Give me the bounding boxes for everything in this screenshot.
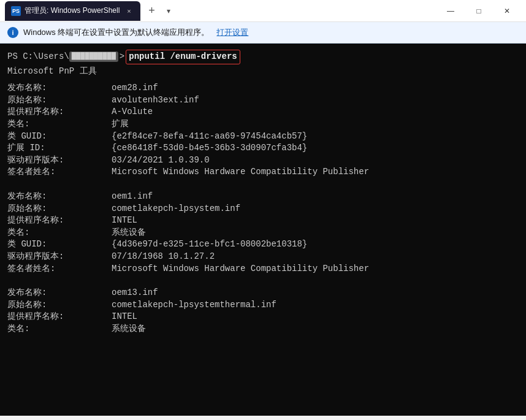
- driver1-extension-id-label: 扩展 ID:: [7, 142, 112, 155]
- driver3-provider-label: 提供程序名称:: [7, 311, 112, 323]
- tool-name-line: Microsoft PnP 工具: [7, 66, 519, 78]
- info-bar: i Windows 终端可在设置中设置为默认终端应用程序。 打开设置: [0, 22, 526, 44]
- window-controls: — □ ✕: [436, 0, 521, 22]
- driver3-provider-line: 提供程序名称: INTEL: [7, 311, 519, 323]
- prompt-ps: PS C:\Users\: [7, 51, 69, 63]
- prompt-arrow: >: [120, 51, 124, 63]
- tab-area: PS 管理员: Windows PowerShell × + ▾: [5, 1, 436, 21]
- driver1-driver-version-label: 驱动程序版本:: [7, 155, 112, 167]
- driver2-provider-label: 提供程序名称:: [7, 215, 112, 227]
- prompt-user: ██████████: [69, 52, 118, 62]
- driver1-original-name-value: avolutenh3ext.inf: [112, 94, 199, 107]
- command-text: pnputil /enum-drivers: [126, 50, 240, 64]
- driver1-provider-value: A-Volute: [112, 106, 153, 118]
- driver3-published-name-line: 发布名称: oem13.inf: [7, 287, 519, 299]
- minimize-button[interactable]: —: [436, 0, 465, 22]
- titlebar: PS 管理员: Windows PowerShell × + ▾ — □ ✕: [0, 0, 526, 22]
- driver1-signer-line: 签名者姓名: Microsoft Windows Hardware Compat…: [7, 166, 519, 178]
- driver1-signer-label: 签名者姓名:: [7, 166, 112, 178]
- driver1-original-name-label: 原始名称:: [7, 94, 112, 107]
- driver1-class-guid-line: 类 GUID: {e2f84ce7-8efa-411c-aa69-97454ca…: [7, 131, 519, 143]
- driver1-signer-value: Microsoft Windows Hardware Compatibility…: [112, 166, 369, 178]
- driver1-extension-id-line: 扩展 ID: {ce86418f-53d0-b4e5-36b3-3d0907cf…: [7, 142, 519, 155]
- driver3-provider-value: INTEL: [112, 311, 137, 323]
- new-tab-button[interactable]: +: [143, 2, 160, 20]
- driver2-provider-value: INTEL: [112, 215, 137, 227]
- driver1-class-guid-value: {e2f84ce7-8efa-411c-aa69-97454ca4cb57}: [112, 131, 307, 143]
- driver1-original-name-line: 原始名称: avolutenh3ext.inf: [7, 94, 519, 107]
- driver1-class-guid-label: 类 GUID:: [7, 131, 112, 143]
- driver1-class-name-value: 扩展: [112, 118, 129, 131]
- info-icon: i: [7, 27, 18, 38]
- driver2-published-name-value: oem1.inf: [112, 191, 153, 203]
- driver2-class-name-label: 类名:: [7, 227, 112, 239]
- driver2-published-name-line: 发布名称: oem1.inf: [7, 191, 519, 203]
- driver1-published-name-value: oem28.inf: [112, 82, 158, 94]
- driver1-class-name-line: 类名: 扩展: [7, 118, 519, 131]
- driver3-original-name-value: cometlakepch-lpsystemthermal.inf: [112, 299, 276, 311]
- driver2-class-guid-line: 类 GUID: {4d36e97d-e325-11ce-bfc1-08002be…: [7, 239, 519, 251]
- driver2-original-name-line: 原始名称: cometlakepch-lpsystem.inf: [7, 203, 519, 215]
- driver1-published-name-line: 发布名称: oem28.inf: [7, 82, 519, 94]
- ps-icon: PS: [11, 6, 21, 16]
- driver3-class-name-line: 类名: 系统设备: [7, 323, 519, 335]
- driver1-driver-version-value: 03/24/2021 1.0.39.0: [112, 155, 210, 167]
- active-tab[interactable]: PS 管理员: Windows PowerShell ×: [5, 1, 140, 21]
- driver3-class-name-label: 类名:: [7, 323, 112, 335]
- driver2-class-guid-label: 类 GUID:: [7, 239, 112, 251]
- driver2-class-name-value: 系统设备: [112, 227, 146, 239]
- driver-section-1: 发布名称: oem28.inf 原始名称: avolutenh3ext.inf …: [7, 82, 519, 178]
- driver2-published-name-label: 发布名称:: [7, 191, 112, 203]
- driver2-class-name-line: 类名: 系统设备: [7, 227, 519, 239]
- driver-section-3: 发布名称: oem13.inf 原始名称: cometlakepch-lpsys…: [7, 287, 519, 335]
- prompt-line: PS C:\Users\ ██████████ > pnputil /enum-…: [7, 50, 519, 64]
- driver2-signer-value: Microsoft Windows Hardware Compatibility…: [112, 263, 369, 275]
- driver3-original-name-label: 原始名称:: [7, 299, 112, 311]
- tab-close-button[interactable]: ×: [123, 6, 134, 17]
- driver-section-2: 发布名称: oem1.inf 原始名称: cometlakepch-lpsyst…: [7, 191, 519, 275]
- driver2-driver-version-line: 驱动程序版本: 07/18/1968 10.1.27.2: [7, 251, 519, 263]
- driver3-published-name-label: 发布名称:: [7, 287, 112, 299]
- driver2-provider-line: 提供程序名称: INTEL: [7, 215, 519, 227]
- driver1-published-name-label: 发布名称:: [7, 82, 112, 94]
- info-text: Windows 终端可在设置中设置为默认终端应用程序。: [23, 27, 209, 38]
- tab-dropdown-button[interactable]: ▾: [161, 4, 176, 18]
- driver2-original-name-value: cometlakepch-lpsystem.inf: [112, 203, 240, 215]
- driver1-provider-line: 提供程序名称: A-Volute: [7, 106, 519, 118]
- driver2-class-guid-value: {4d36e97d-e325-11ce-bfc1-08002be10318}: [112, 239, 307, 251]
- driver3-original-name-line: 原始名称: cometlakepch-lpsystemthermal.inf: [7, 299, 519, 311]
- driver2-signer-line: 签名者姓名: Microsoft Windows Hardware Compat…: [7, 263, 519, 275]
- driver1-extension-id-value: {ce86418f-53d0-b4e5-36b3-3d0907cfa3b4}: [112, 142, 307, 155]
- driver1-class-name-label: 类名:: [7, 118, 112, 131]
- open-settings-link[interactable]: 打开设置: [216, 27, 248, 38]
- driver2-original-name-label: 原始名称:: [7, 203, 112, 215]
- driver1-provider-label: 提供程序名称:: [7, 106, 112, 118]
- driver2-driver-version-value: 07/18/1968 10.1.27.2: [112, 251, 215, 263]
- tab-title: 管理员: Windows PowerShell: [25, 6, 120, 16]
- driver2-driver-version-label: 驱动程序版本:: [7, 251, 112, 263]
- driver3-published-name-value: oem13.inf: [112, 287, 158, 299]
- driver2-signer-label: 签名者姓名:: [7, 263, 112, 275]
- terminal[interactable]: PS C:\Users\ ██████████ > pnputil /enum-…: [0, 44, 526, 416]
- maximize-button[interactable]: □: [465, 0, 493, 22]
- driver3-class-name-value: 系统设备: [112, 323, 146, 335]
- close-window-button[interactable]: ✕: [493, 0, 521, 22]
- driver1-driver-version-line: 驱动程序版本: 03/24/2021 1.0.39.0: [7, 155, 519, 167]
